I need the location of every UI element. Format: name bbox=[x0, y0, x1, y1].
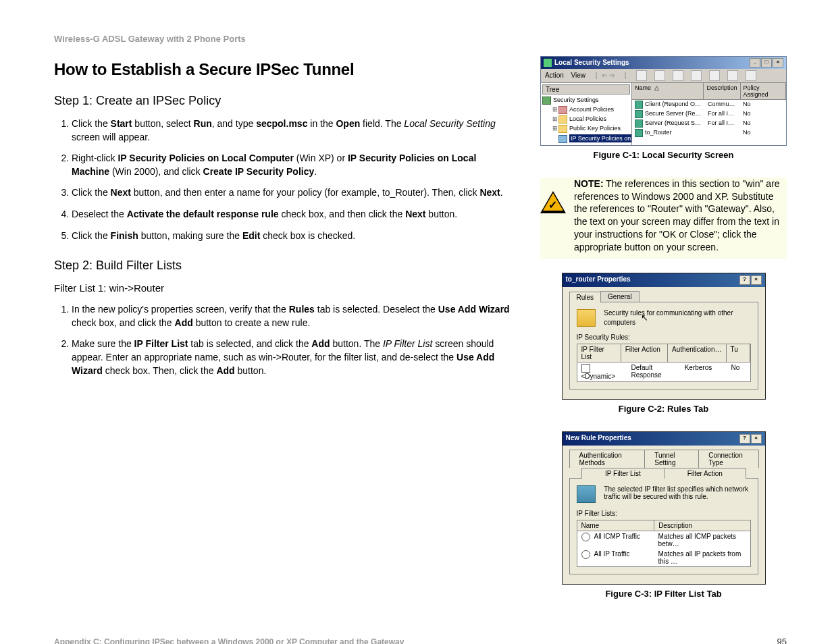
to-router-dialog: to_router Properties ? × Rules General bbox=[562, 273, 766, 400]
step1-list: Click the Start button, select Run, and … bbox=[54, 117, 513, 242]
tab-row-top: Authentication Methods Tunnel Setting Co… bbox=[569, 450, 758, 468]
minimize-button[interactable]: _ bbox=[750, 58, 760, 68]
grid-header: Name Description bbox=[577, 520, 750, 531]
tab-row-bottom: IP Filter List Filter Action bbox=[569, 468, 758, 479]
toolbar-icon[interactable] bbox=[654, 70, 665, 81]
folder-icon bbox=[558, 115, 567, 124]
figure-c1: Local Security Settings _ □ × Action Vie… bbox=[540, 56, 787, 160]
list-pane: Name △ Description Policy Assigned Clien… bbox=[632, 83, 786, 145]
list-row[interactable]: Secure Server (Requir…For all IP traffic… bbox=[632, 109, 786, 119]
tree-item-selected[interactable]: ⊞IP Security Policies on Local Machine bbox=[542, 134, 630, 144]
checkbox[interactable] bbox=[581, 364, 590, 373]
tree-item[interactable]: ⊞Account Policies bbox=[542, 105, 630, 115]
radio[interactable] bbox=[581, 550, 590, 559]
tab-panel: The selected IP filter list specifies wh… bbox=[569, 478, 758, 574]
warning-icon bbox=[540, 191, 566, 214]
toolbar-icon[interactable] bbox=[746, 70, 756, 81]
menu-bar: Action View | ⇐ ⇒ | bbox=[541, 69, 786, 83]
window-title: Local Security Settings bbox=[554, 59, 629, 66]
book-icon bbox=[558, 106, 567, 114]
figure-caption: Figure C-3: IP Filter List Tab bbox=[540, 589, 787, 599]
toolbar bbox=[636, 70, 762, 81]
tree-pane: Tree Security Settings ⊞Account Policies… bbox=[541, 83, 632, 145]
menu-action[interactable]: Action bbox=[545, 72, 564, 79]
list-item: Click the Next button, and then enter a … bbox=[72, 186, 513, 200]
folder-icon bbox=[558, 125, 567, 133]
figure-caption: Figure C-2: Rules Tab bbox=[540, 404, 787, 414]
panel-desc: Security rules for communicating with ot… bbox=[604, 309, 748, 327]
radio[interactable] bbox=[581, 533, 590, 541]
footer-appendix: Appendix C: Configuring IPSec between a … bbox=[54, 637, 404, 644]
help-button[interactable]: ? bbox=[739, 275, 750, 285]
close-button[interactable]: × bbox=[751, 434, 762, 444]
main-content: How to Establish a Secure IPSec Tunnel S… bbox=[54, 56, 513, 616]
list-row[interactable]: to_RouterNo bbox=[632, 128, 786, 138]
shield-icon bbox=[542, 97, 551, 105]
tab-rules[interactable]: Rules bbox=[569, 292, 602, 302]
grid-row[interactable]: <Dynamic> Default Response Kerberos No bbox=[577, 363, 751, 382]
step2-subheading: Filter List 1: win->Router bbox=[54, 282, 513, 294]
tree-item[interactable]: ⊞Local Policies bbox=[542, 115, 630, 124]
list-item: Click the Finish button, making sure the… bbox=[72, 230, 513, 243]
toolbar-icon[interactable] bbox=[709, 70, 720, 81]
dialog-titlebar: to_router Properties ? × bbox=[563, 273, 765, 287]
note-box: NOTE: The references in this section to … bbox=[540, 178, 787, 259]
list-item: In the new policy's properties screen, v… bbox=[72, 303, 513, 329]
step1-heading: Step 1: Create an IPSec Policy bbox=[54, 94, 513, 108]
new-rule-dialog: New Rule Properties ? × Authentication M… bbox=[562, 431, 766, 585]
policy-icon bbox=[635, 110, 643, 118]
toolbar-icon[interactable] bbox=[673, 70, 683, 81]
tab-filteraction[interactable]: Filter Action bbox=[664, 468, 746, 479]
window-titlebar: Local Security Settings _ □ × bbox=[541, 57, 786, 69]
step2-heading: Step 2: Build Filter Lists bbox=[54, 259, 513, 273]
dialog-titlebar: New Rule Properties ? × bbox=[563, 432, 765, 446]
local-security-window: Local Security Settings _ □ × Action Vie… bbox=[540, 56, 787, 146]
list-item: Deselect the Activate the default respon… bbox=[72, 208, 513, 221]
tab-conn[interactable]: Connection Type bbox=[698, 450, 758, 468]
menu-view[interactable]: View bbox=[571, 72, 586, 79]
grid-row[interactable]: All IP Traffic Matches all IP packets fr… bbox=[577, 549, 750, 566]
tab-panel: Security rules for communicating with ot… bbox=[569, 302, 758, 390]
tab-general[interactable]: General bbox=[600, 291, 640, 302]
note-text: The references in this section to "win" … bbox=[574, 178, 780, 252]
filter-list-panel: Name Description All ICMP Traffic Matche… bbox=[577, 520, 751, 567]
tab-ipfilter[interactable]: IP Filter List bbox=[581, 468, 664, 479]
page-title: How to Establish a Secure IPSec Tunnel bbox=[54, 60, 513, 79]
figure-c3: New Rule Properties ? × Authentication M… bbox=[540, 431, 787, 599]
page-footer: Appendix C: Configuring IPSec between a … bbox=[54, 637, 787, 644]
list-item: Right-click IP Security Policies on Loca… bbox=[72, 152, 513, 178]
help-button[interactable]: ? bbox=[739, 434, 750, 444]
list-row[interactable]: Client (Respond Only)Communicate normall… bbox=[632, 100, 786, 109]
step2-list: In the new policy's properties screen, v… bbox=[54, 303, 513, 377]
tree-header: Tree bbox=[542, 84, 630, 95]
figure-c2: to_router Properties ? × Rules General bbox=[540, 273, 787, 414]
list-item: Click the Start button, select Run, and … bbox=[72, 117, 513, 144]
tree-root[interactable]: Security Settings bbox=[542, 96, 630, 105]
close-button[interactable]: × bbox=[773, 58, 783, 68]
list-row[interactable]: Server (Request Secu…For all IP traffic,… bbox=[632, 119, 786, 128]
product-name: Wireless-G ADSL Gateway with 2 Phone Por… bbox=[54, 34, 787, 44]
tab-tunnel[interactable]: Tunnel Setting bbox=[644, 450, 699, 468]
network-icon bbox=[577, 309, 596, 327]
policy-icon bbox=[635, 129, 643, 137]
panel-desc: The selected IP filter list specifies wh… bbox=[604, 485, 748, 500]
note-label: NOTE: bbox=[574, 178, 604, 189]
toolbar-icon[interactable] bbox=[727, 70, 738, 81]
filter-icon bbox=[577, 485, 596, 503]
rules-label: IP Security Rules: bbox=[577, 333, 751, 341]
figure-caption: Figure C-1: Local Security Screen bbox=[540, 150, 787, 160]
list-header: Name △ Description Policy Assigned bbox=[632, 83, 786, 100]
page-number: 95 bbox=[777, 637, 787, 644]
tab-auth[interactable]: Authentication Methods bbox=[569, 450, 646, 468]
tree-item[interactable]: ⊞Public Key Policies bbox=[542, 124, 630, 134]
grid-row[interactable]: All ICMP Traffic Matches all ICMP packet… bbox=[577, 531, 750, 549]
toolbar-icon[interactable] bbox=[636, 70, 647, 81]
figures-column: Local Security Settings _ □ × Action Vie… bbox=[540, 56, 787, 616]
list-item: Make sure the IP Filter List tab is sele… bbox=[72, 338, 513, 377]
toolbar-icon[interactable] bbox=[691, 70, 702, 81]
app-icon bbox=[544, 59, 552, 67]
filter-lists-label: IP Filter Lists: bbox=[577, 510, 751, 517]
maximize-button[interactable]: □ bbox=[761, 58, 772, 68]
close-button[interactable]: × bbox=[751, 275, 762, 285]
policy-icon bbox=[635, 101, 643, 109]
